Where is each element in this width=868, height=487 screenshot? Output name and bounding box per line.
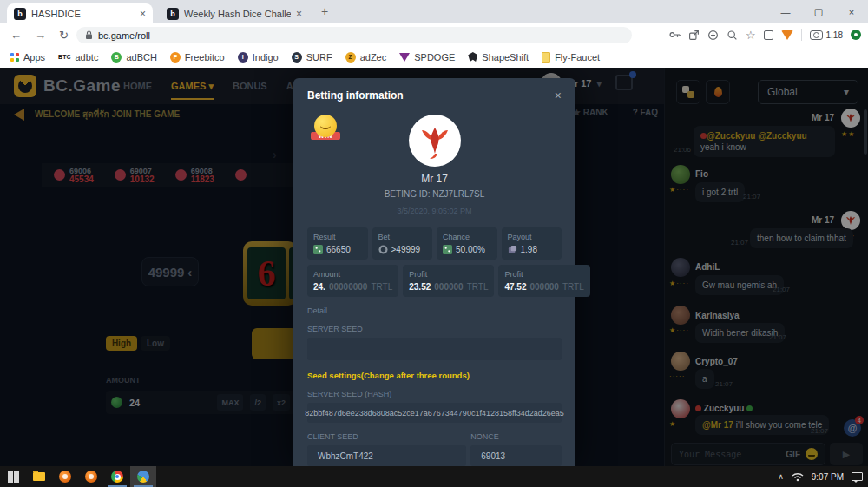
wifi-icon[interactable]	[792, 471, 804, 482]
profit-tile: Profit 23.52000000 TRTL	[403, 265, 494, 297]
forward-button[interactable]: →	[35, 29, 46, 42]
bet-datetime: 3/5/2020, 9:05:02 PM	[307, 207, 562, 215]
address-bar[interactable]: bc.game/roll	[76, 27, 632, 43]
orange-app-icon	[85, 471, 97, 483]
new-tab-button[interactable]: +	[321, 4, 328, 18]
betting-id: BETING ID: NZJ7LRL7SL	[307, 189, 562, 199]
indigo-icon: I	[238, 52, 248, 63]
server-seed-hash-field[interactable]: 82bbf487d6ee238d6808ac52ce17a6767344790c…	[307, 403, 562, 423]
divider	[801, 29, 802, 41]
modal-close-icon[interactable]: ×	[555, 89, 562, 102]
spdoge-icon	[399, 53, 410, 62]
dice-icon	[443, 245, 452, 254]
browser-toolbar: ← → ↻ bc.game/roll ☆ 1.18	[0, 23, 868, 46]
bookmark-shapeshift[interactable]: ShapeShift	[468, 52, 529, 63]
modal-title: Betting information	[307, 89, 404, 102]
chrome-button[interactable]	[104, 466, 130, 487]
adbch-icon: B	[111, 52, 122, 63]
action-center-icon[interactable]	[852, 472, 863, 481]
share-icon[interactable]	[688, 30, 700, 41]
green-extension-icon[interactable]	[851, 30, 861, 40]
seed-settings-heading: Seed settings(Change after three rounds)	[307, 371, 562, 380]
bcgame-favicon: b	[14, 8, 26, 20]
apps-grid-icon	[10, 53, 19, 62]
chrome-icon	[111, 471, 123, 483]
bookmark-adzec[interactable]: Z adZec	[345, 52, 387, 63]
surf-globe-icon: S	[292, 52, 302, 63]
server-seed-field[interactable]	[307, 338, 562, 360]
start-button[interactable]	[0, 466, 26, 487]
screen: b HASHDICE × b Weekly Hash Dice Challeng…	[0, 0, 868, 487]
lock-icon	[85, 30, 93, 40]
bookmark-flyfaucet[interactable]: Fly-Faucet	[542, 52, 600, 63]
tray-expand-icon[interactable]: ∧	[778, 472, 784, 481]
shapeshift-fox-icon	[468, 52, 477, 62]
tab-close-icon[interactable]: ×	[296, 8, 302, 20]
client-seed-field[interactable]: WbhzCmT422	[307, 445, 466, 466]
dice-icon	[313, 245, 323, 254]
btc-text-icon: BTC	[58, 54, 70, 60]
app-button-2[interactable]	[78, 466, 104, 487]
tab-close-icon[interactable]: ×	[140, 8, 146, 20]
windows-taskbar: ∧ 9:07 PM	[0, 466, 868, 487]
active-app-button[interactable]	[130, 466, 156, 487]
betting-information-modal: Betting information × WIN Mr 17 BETING I…	[293, 78, 575, 466]
bookmark-star-icon[interactable]: ☆	[746, 29, 756, 42]
close-button[interactable]: ×	[835, 0, 868, 23]
bookmark-apps[interactable]: Apps	[10, 52, 45, 63]
player-name: Mr 17	[307, 173, 562, 185]
stat-bet: Bet >49999	[372, 227, 433, 260]
win-badge: WIN	[311, 115, 340, 140]
stat-result: Result 66650	[307, 227, 368, 260]
server-seed-label: SERVER SEED	[307, 325, 562, 333]
maximize-button[interactable]: ▢	[802, 0, 835, 23]
search-zoom-icon[interactable]	[727, 30, 738, 41]
cards-icon	[508, 245, 517, 254]
adzec-icon: Z	[345, 52, 356, 63]
flyfaucet-icon	[542, 52, 550, 63]
bookmark-adbtc[interactable]: BTC adbtc	[58, 52, 98, 63]
nonce-label: NONCE	[470, 432, 562, 441]
window-controls: — ▢ ×	[769, 0, 868, 23]
clock[interactable]: 9:07 PM	[812, 472, 844, 482]
bookmark-indigo[interactable]: I Indigo	[238, 52, 279, 63]
folder-icon	[33, 472, 45, 481]
tab-title: Weekly Hash Dice Challenge - Se	[184, 9, 291, 19]
bcgame-favicon: b	[167, 8, 179, 20]
app-button-1[interactable]	[52, 466, 78, 487]
orange-app-icon	[59, 471, 71, 483]
target-icon[interactable]	[707, 30, 719, 41]
url-text: bc.game/roll	[98, 30, 150, 41]
client-seed-label: CLIENT SEED	[307, 432, 466, 441]
nonce-field[interactable]: 69013	[470, 445, 562, 466]
tab-hashdice[interactable]: b HASHDICE ×	[7, 3, 153, 23]
coin-icon	[378, 245, 388, 254]
page-content: BC.Game HOME GAMES ▾ BONUS AFFILIATE FOR…	[0, 68, 868, 466]
bookmark-surf[interactable]: S SURF	[292, 52, 332, 63]
extension-badge-count: 1.18	[826, 30, 843, 40]
camera-extension-icon	[810, 30, 823, 40]
bookmark-spdoge[interactable]: SPDOGE	[399, 52, 455, 63]
windows-logo-icon	[8, 471, 19, 483]
back-button[interactable]: ←	[10, 29, 22, 42]
browser-tabstrip: b HASHDICE × b Weekly Hash Dice Challeng…	[0, 0, 868, 23]
stat-payout: Payout 1.98	[502, 227, 562, 260]
extension-cube-icon[interactable]	[764, 30, 773, 40]
freebitco-icon: F	[170, 52, 181, 63]
bookmark-freebitco[interactable]: F Freebitco	[170, 52, 225, 63]
tab-weekly-challenge[interactable]: b Weekly Hash Dice Challenge - Se ×	[160, 3, 309, 23]
tab-title: HASHDICE	[31, 9, 135, 19]
stat-chance: Chance 50.00%	[437, 227, 497, 260]
detail-label: Detail	[307, 306, 562, 315]
file-explorer-button[interactable]	[26, 466, 52, 487]
amount-tile: Amount 24.00000000 TRTL	[307, 265, 398, 297]
minimize-button[interactable]: —	[769, 0, 802, 23]
key-icon[interactable]	[668, 29, 681, 41]
colorful-app-icon	[137, 471, 149, 483]
reload-button[interactable]: ↻	[59, 29, 69, 42]
player-avatar[interactable]	[409, 115, 461, 167]
profit-tile: Profit 47.52000000 TRTL	[498, 265, 589, 297]
bookmark-adbch[interactable]: B adBCH	[111, 52, 156, 63]
extension-badge[interactable]: 1.18	[810, 30, 843, 40]
metamask-icon[interactable]	[781, 30, 793, 40]
